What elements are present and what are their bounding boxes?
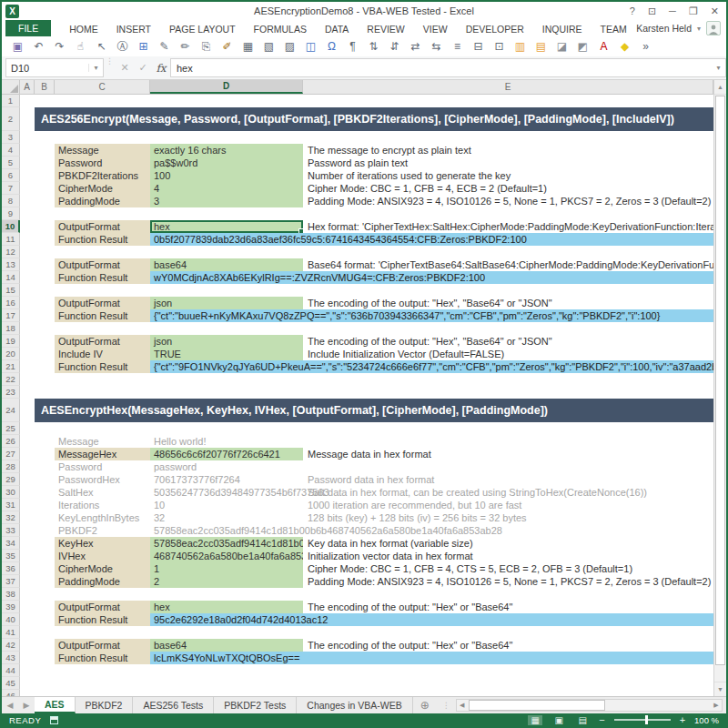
cell-C37[interactable]: PaddingMode [55,575,150,588]
cell-A16[interactable] [20,297,35,309]
cell-E41[interactable] [303,626,713,639]
cell-C12[interactable] [55,246,150,258]
cell-A21[interactable] [20,360,35,373]
cell-B29[interactable] [35,473,55,486]
cell-A24[interactable] [20,399,35,422]
scroll-right-icon[interactable]: ▶ [711,702,722,709]
cell-B1[interactable] [35,95,55,107]
page-break-preview-icon[interactable]: ▤ [575,715,590,725]
qat-overflow-icon[interactable]: » [635,37,656,56]
row-header-22[interactable]: 22 [2,373,20,386]
column-header-e[interactable]: E [303,80,713,94]
cell-C15[interactable] [55,284,150,297]
section-header-2[interactable]: AES256Encrypt(Message, Password, [Output… [35,107,713,131]
row-header-28[interactable]: 28 [2,460,20,473]
sheet-tab-pbkdf2[interactable]: PBKDF2 [76,697,134,713]
cell-A12[interactable] [20,246,35,258]
cell-A42[interactable] [20,639,35,652]
edit-shape-icon[interactable]: ✏ [175,37,196,56]
cell-B31[interactable] [35,499,55,511]
cell-E15[interactable] [303,284,713,297]
avatar[interactable] [706,21,721,35]
cell-E6[interactable]: Number of iterations used to generate th… [303,169,713,182]
row-header-40[interactable]: 40 [2,613,20,626]
cell-B22[interactable] [35,373,55,386]
row-header-30[interactable]: 30 [2,486,20,499]
cell-B14[interactable] [35,271,55,284]
cell-B19[interactable] [35,335,55,348]
group-icon[interactable]: ⊟ [468,37,489,56]
cell-C9[interactable] [55,207,150,220]
cell-E9[interactable] [303,207,713,220]
align-text-icon[interactable]: ≡ [447,37,468,56]
cell-D38[interactable] [150,588,303,601]
select-all-corner[interactable] [2,80,20,94]
cell-D6[interactable]: 100 [150,169,303,182]
sheet-nav-left-icon[interactable]: ◀ [2,697,18,713]
cell-A8[interactable] [20,195,35,207]
cell-D36[interactable]: 1 [150,562,303,575]
cell-E27[interactable]: Message data in hex format [303,448,713,460]
cell-A11[interactable] [20,233,35,246]
cell-B21[interactable] [35,360,55,373]
cell-B33[interactable] [35,524,55,537]
cell-C20[interactable]: Include IV [55,348,150,360]
cell-D31[interactable]: 10 [150,499,303,511]
cell-B8[interactable] [35,195,55,207]
symbol-icon[interactable]: Ω [321,37,342,56]
cell-E22[interactable] [303,373,713,386]
scroll-down-icon[interactable]: ▼ [714,682,726,696]
cell-C16[interactable]: OutputFormat [55,297,150,309]
cell-B46[interactable] [35,690,55,696]
cell-C6[interactable]: PBKDF2Iterations [55,169,150,182]
cell-E46[interactable] [303,690,713,696]
cell-A32[interactable] [20,511,35,524]
column-header-c[interactable]: C [55,80,150,94]
zoom-in-icon[interactable]: + [680,714,685,725]
cell-B10[interactable] [35,220,55,233]
cell-C8[interactable]: PaddingMode [55,195,150,207]
row-header-1[interactable]: 1 [2,95,20,107]
row-header-6[interactable]: 6 [2,169,20,182]
cancel-icon[interactable]: ✕ [116,62,134,74]
cell-A23[interactable] [20,386,35,399]
cell-A22[interactable] [20,373,35,386]
cell-E18[interactable] [303,322,713,335]
sort-descending-icon[interactable]: ⇵ [384,37,405,56]
cell-D18[interactable] [150,322,303,335]
cell-E31[interactable]: 1000 iteration are recommended, but 10 a… [303,499,713,511]
row-header-17[interactable]: 17 [2,309,20,322]
cell-D41[interactable] [150,626,303,639]
cell-A4[interactable] [20,144,35,157]
cell-B28[interactable] [35,460,55,473]
cell-C18[interactable] [55,322,150,335]
column-header-b[interactable]: B [35,80,55,94]
cell-C7[interactable]: CipherMode [55,182,150,195]
row-header-45[interactable]: 45 [2,677,20,690]
cell-E4[interactable]: The message to encrypt as plain text [303,144,713,157]
ribbon-tab-view[interactable]: VIEW [423,24,448,35]
cell-D16[interactable]: json [150,297,303,309]
cell-A35[interactable] [20,550,35,562]
page-layout-view-icon[interactable]: ▣ [551,715,566,725]
sheet-nav-right-icon[interactable]: ▶ [18,697,35,713]
cell-B34[interactable] [35,537,55,550]
cell-A25[interactable] [20,422,35,435]
shape-outline-icon[interactable]: ◩ [572,37,593,56]
cell-A41[interactable] [20,626,35,639]
cell-A20[interactable] [20,348,35,360]
paste-special-icon[interactable]: ⎘ [196,37,217,56]
cell-B13[interactable] [35,258,55,271]
cell-A14[interactable] [20,271,35,284]
cell-E30[interactable]: Salt data in hex format, can be created … [303,486,713,499]
cell-C29[interactable]: PasswordHex [55,473,150,486]
cell-E28[interactable] [303,460,713,473]
cell-C3[interactable] [55,131,150,144]
cell-B40[interactable] [35,613,55,626]
cell-E45[interactable] [303,677,713,690]
sort-ascending-icon[interactable]: ⇅ [363,37,384,56]
horizontal-scrollbar-thumb[interactable] [469,700,605,711]
scroll-left-icon[interactable]: ◀ [457,702,468,709]
row-header-14[interactable]: 14 [2,271,20,284]
cell-E20[interactable]: Include Initialization Vector (Default=F… [303,348,713,360]
